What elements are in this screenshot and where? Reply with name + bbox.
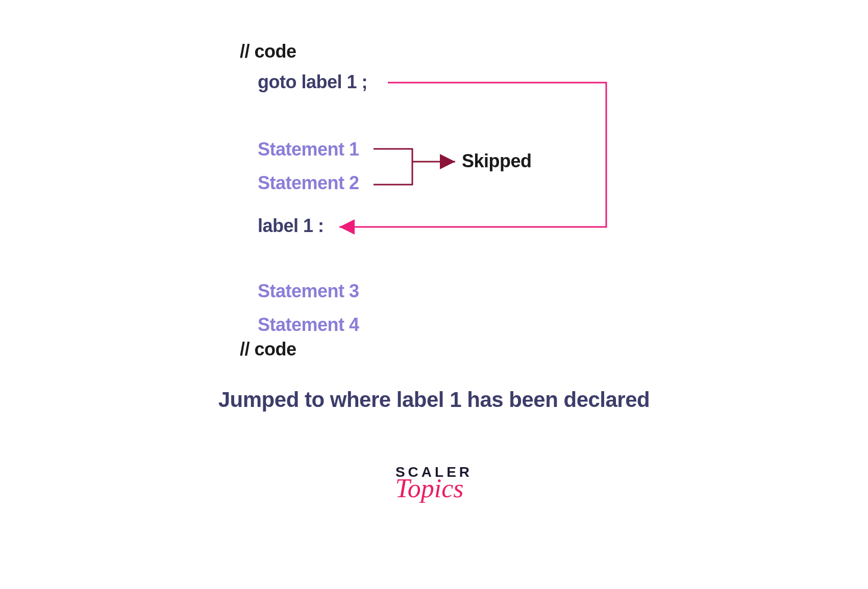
statement-2: Statement 2 <box>258 172 699 194</box>
logo-topics-text: Topics <box>386 473 473 503</box>
goto-statement: goto label 1 ; <box>258 71 699 93</box>
skipped-label: Skipped <box>462 150 532 172</box>
code-comment-bottom: // code <box>240 339 699 360</box>
label-declaration: label 1 : <box>258 215 699 237</box>
statement-4: Statement 4 <box>258 314 699 336</box>
scaler-logo: SCALER Topics <box>395 464 473 503</box>
goto-diagram: // code goto label 1 ; Statement 1 State… <box>240 41 699 360</box>
statement-3: Statement 3 <box>258 280 699 302</box>
code-comment-top: // code <box>240 41 699 62</box>
diagram-caption: Jumped to where label 1 has been declare… <box>0 388 868 412</box>
